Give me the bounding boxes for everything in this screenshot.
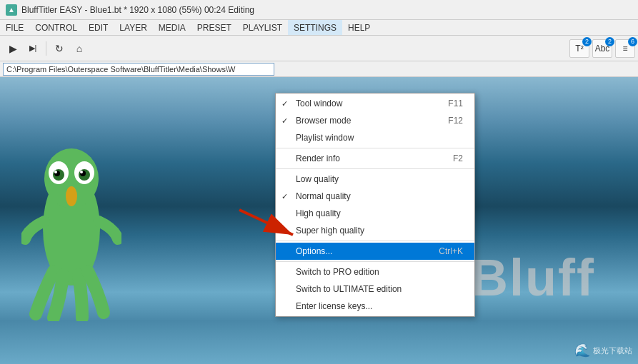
address-input[interactable] — [3, 63, 274, 76]
menu-render-info[interactable]: Render info F2 — [276, 150, 474, 167]
menu-layer[interactable]: LAYER — [114, 20, 152, 35]
monster-character — [21, 136, 121, 321]
play-button[interactable]: ▶ — [3, 39, 23, 58]
layers-button[interactable]: ≡ 6 — [615, 39, 635, 58]
menu-file[interactable]: FILE — [0, 20, 29, 35]
toolbar-right-section: T² 2 Abc 2 ≡ 6 — [569, 39, 635, 58]
menu-bar: FILE CONTROL EDIT LAYER MEDIA PRESET PLA… — [0, 20, 638, 36]
bluff-background-text: Bluff — [471, 248, 595, 307]
menu-settings[interactable]: SETTINGS — [288, 20, 342, 35]
app-icon: ▲ — [6, 4, 17, 16]
home-button[interactable]: ⌂ — [69, 39, 89, 58]
watermark: 🌊 极光下载站 — [574, 343, 632, 358]
separator-3 — [276, 241, 474, 241]
menu-edit[interactable]: EDIT — [83, 20, 114, 35]
menu-normal-quality[interactable]: ✓ Normal quality — [276, 188, 474, 205]
separator-1 — [276, 148, 474, 148]
menu-switch-ultimate[interactable]: Switch to ULTIMATE edition — [276, 280, 474, 298]
step-forward-button[interactable]: ▶| — [23, 39, 43, 58]
menu-super-high-quality[interactable]: Super high quality — [276, 222, 474, 239]
menu-playlist[interactable]: PLAYLIST — [237, 20, 288, 35]
separator-4 — [276, 261, 474, 262]
title-bar-text: BluffTitler EASY - Blue1.bt * 1920 x 108… — [21, 5, 254, 15]
toolbar: ▶ ▶| ↻ ⌂ T² 2 Abc 2 ≡ 6 — [0, 36, 638, 61]
tool-window-check: ✓ — [281, 99, 288, 108]
menu-switch-pro[interactable]: Switch to PRO edition — [276, 263, 474, 280]
menu-high-quality[interactable]: High quality — [276, 205, 474, 222]
menu-tool-window[interactable]: ✓ Tool window F11 — [276, 95, 474, 112]
address-bar — [0, 61, 638, 77]
separator-2 — [276, 168, 474, 169]
menu-control[interactable]: CONTROL — [29, 20, 83, 35]
settings-dropdown: ✓ Tool window F11 ✓ Browser mode F12 Pla… — [275, 93, 475, 317]
title-bar: ▲ BluffTitler EASY - Blue1.bt * 1920 x 1… — [0, 0, 638, 20]
svg-point-10 — [66, 186, 77, 206]
menu-media[interactable]: MEDIA — [153, 20, 191, 35]
menu-playlist-window[interactable]: Playlist window — [276, 129, 474, 146]
menu-enter-license[interactable]: Enter license keys... — [276, 298, 474, 315]
menu-options[interactable]: Options... Ctrl+K — [276, 243, 474, 260]
abc-button[interactable]: Abc 2 — [592, 39, 612, 58]
menu-help[interactable]: HELP — [342, 20, 376, 35]
layers-badge: 6 — [628, 37, 637, 46]
t2-button[interactable]: T² 2 — [569, 39, 589, 58]
t2-badge: 2 — [582, 37, 592, 46]
menu-low-quality[interactable]: Low quality — [276, 171, 474, 188]
normal-quality-check: ✓ — [281, 192, 288, 201]
refresh-button[interactable]: ↻ — [49, 39, 69, 58]
menu-browser-mode[interactable]: ✓ Browser mode F12 — [276, 112, 474, 129]
abc-badge: 2 — [605, 37, 614, 46]
browser-mode-check: ✓ — [281, 116, 288, 126]
toolbar-separator-1 — [46, 41, 46, 56]
svg-point-9 — [80, 171, 83, 173]
menu-preset[interactable]: PRESET — [191, 20, 237, 35]
svg-point-8 — [54, 171, 57, 173]
